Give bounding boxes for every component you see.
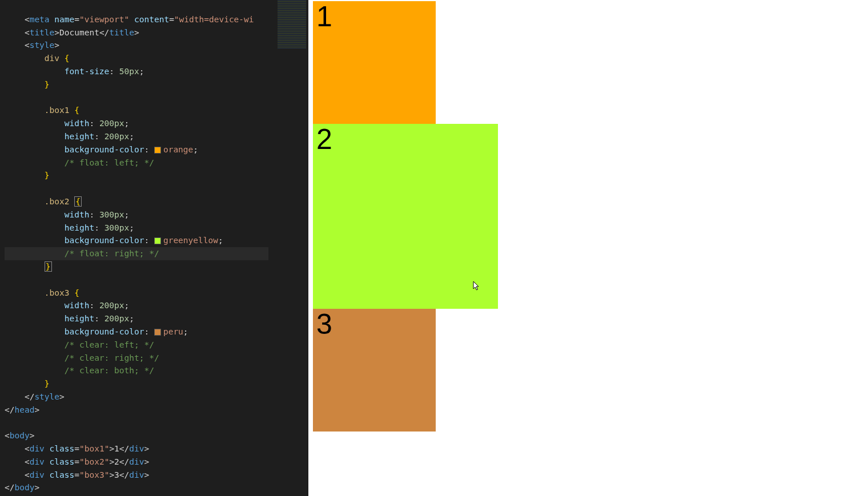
box2: 2	[313, 124, 498, 309]
comment-float-left: /* float: left; */	[65, 158, 154, 167]
code-area[interactable]: <meta name="viewport" content="width=dev…	[0, 0, 274, 496]
selector-box2: .box2	[45, 197, 70, 206]
comment-clear-right: /* clear: right; */	[65, 353, 159, 362]
code-editor-panel[interactable]: <meta name="viewport" content="width=dev…	[0, 0, 308, 496]
minimap[interactable]	[274, 0, 308, 496]
minimap-preview	[278, 0, 306, 49]
greenyellow-swatch-icon	[154, 237, 161, 244]
style-open-tag: style	[30, 41, 55, 50]
box1: 1	[313, 1, 436, 124]
peru-swatch-icon	[154, 329, 161, 336]
title-text: Document	[59, 28, 99, 37]
selector-box3: .box3	[45, 288, 70, 297]
comment-float-right: /* float: right; */	[65, 249, 159, 258]
comment-clear-both: /* clear: both; */	[65, 366, 154, 375]
body-open-tag: body	[10, 431, 30, 440]
box3: 3	[313, 309, 436, 432]
selector-box1: .box1	[45, 106, 70, 115]
browser-preview-panel[interactable]: 1 2 3	[308, 0, 868, 496]
title-tag: title	[30, 28, 55, 37]
comment-clear-left: /* clear: left; */	[65, 340, 154, 349]
selector-div: div	[45, 54, 59, 63]
orange-swatch-icon	[154, 147, 161, 154]
